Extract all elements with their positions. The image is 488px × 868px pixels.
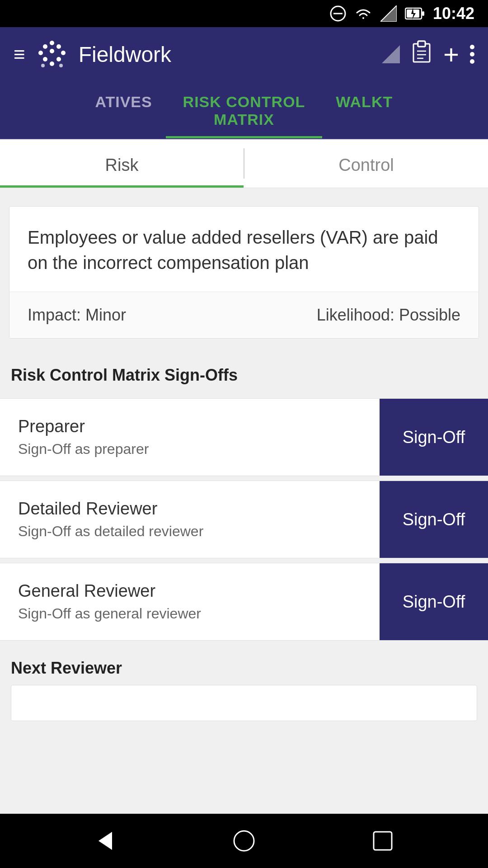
signoff-general-reviewer-button[interactable]: Sign-Off [380, 563, 488, 640]
signoff-general-reviewer-info: General Reviewer Sign-Off as general rev… [0, 563, 380, 640]
svg-point-7 [50, 41, 54, 45]
svg-point-13 [43, 57, 47, 61]
signoff-preparer-role: Preparer [18, 417, 361, 436]
signoff-preparer-card: Preparer Sign-Off as preparer Sign-Off [0, 398, 488, 476]
recent-apps-button[interactable] [365, 823, 401, 859]
tab-narratives[interactable]: ATIVES [0, 81, 166, 138]
signoff-detailed-reviewer-info: Detailed Reviewer Sign-Off as detailed r… [0, 481, 380, 558]
svg-point-15 [50, 61, 54, 66]
svg-point-9 [56, 44, 61, 49]
next-reviewer-section: Next Reviewer [0, 645, 488, 730]
signoff-preparer-description: Sign-Off as preparer [18, 441, 361, 458]
app-title: Fieldwork [79, 42, 371, 67]
risk-card: Employees or value added resellers (VAR)… [9, 206, 479, 339]
tab-walkthroughs[interactable]: WALKT [322, 81, 488, 138]
signoff-detailed-reviewer-button[interactable]: Sign-Off [380, 481, 488, 558]
bottom-nav [0, 814, 488, 868]
svg-rect-21 [418, 41, 425, 47]
signoff-general-reviewer-role: General Reviewer [18, 581, 361, 601]
status-icons: 10:42 [330, 4, 474, 23]
risk-impact: Impact: Minor [28, 306, 126, 325]
app-bar: ≡ Fieldwork + [0, 27, 488, 81]
svg-rect-27 [374, 832, 392, 850]
signoff-preparer-button[interactable]: Sign-Off [380, 399, 488, 476]
risk-description: Employees or value added resellers (VAR)… [9, 207, 479, 292]
add-button[interactable]: + [443, 39, 459, 70]
sub-tabs: Risk Control [0, 139, 488, 188]
back-button[interactable] [87, 823, 123, 859]
next-reviewer-title: Next Reviewer [11, 659, 477, 678]
main-content: Employees or value added resellers (VAR)… [0, 188, 488, 814]
svg-point-17 [59, 64, 63, 67]
risk-likelihood: Likelihood: Possible [317, 306, 460, 325]
top-nav: ATIVES RISK CONTROL MATRIX WALKT [0, 81, 488, 139]
home-button[interactable] [226, 823, 262, 859]
menu-button[interactable]: ≡ [14, 44, 25, 64]
clipboard-button[interactable] [411, 40, 432, 68]
signoff-preparer-info: Preparer Sign-Off as preparer [0, 399, 380, 476]
wifi-icon [354, 5, 372, 22]
signoff-general-reviewer-description: Sign-Off as general reviewer [18, 605, 361, 622]
svg-point-14 [56, 57, 61, 61]
signoff-detailed-reviewer-card: Detailed Reviewer Sign-Off as detailed r… [0, 481, 488, 558]
signal-strength-icon [382, 45, 400, 63]
signal-icon [380, 5, 397, 22]
svg-marker-18 [382, 45, 400, 63]
signoffs-section-title: Risk Control Matrix Sign-Offs [0, 352, 488, 394]
more-options-button[interactable] [470, 45, 474, 64]
svg-point-26 [234, 831, 254, 851]
sub-tab-control[interactable]: Control [244, 139, 488, 188]
svg-point-16 [41, 64, 45, 67]
app-logo [36, 38, 68, 70]
svg-marker-25 [99, 832, 112, 850]
sub-tab-risk[interactable]: Risk [0, 139, 244, 188]
risk-meta: Impact: Minor Likelihood: Possible [9, 292, 479, 338]
signoff-detailed-reviewer-role: Detailed Reviewer [18, 499, 361, 519]
next-reviewer-card [11, 685, 477, 721]
do-not-disturb-icon [330, 5, 346, 22]
tab-risk-control-matrix[interactable]: RISK CONTROL MATRIX [166, 81, 323, 138]
svg-point-12 [61, 51, 66, 55]
svg-point-11 [50, 49, 54, 53]
signoff-detailed-reviewer-description: Sign-Off as detailed reviewer [18, 523, 361, 540]
battery-icon [405, 5, 425, 22]
svg-rect-5 [422, 11, 424, 16]
signoff-general-reviewer-card: General Reviewer Sign-Off as general rev… [0, 563, 488, 641]
status-time: 10:42 [433, 4, 474, 23]
status-bar: 10:42 [0, 0, 488, 27]
svg-point-8 [43, 44, 47, 49]
svg-point-10 [38, 51, 43, 55]
